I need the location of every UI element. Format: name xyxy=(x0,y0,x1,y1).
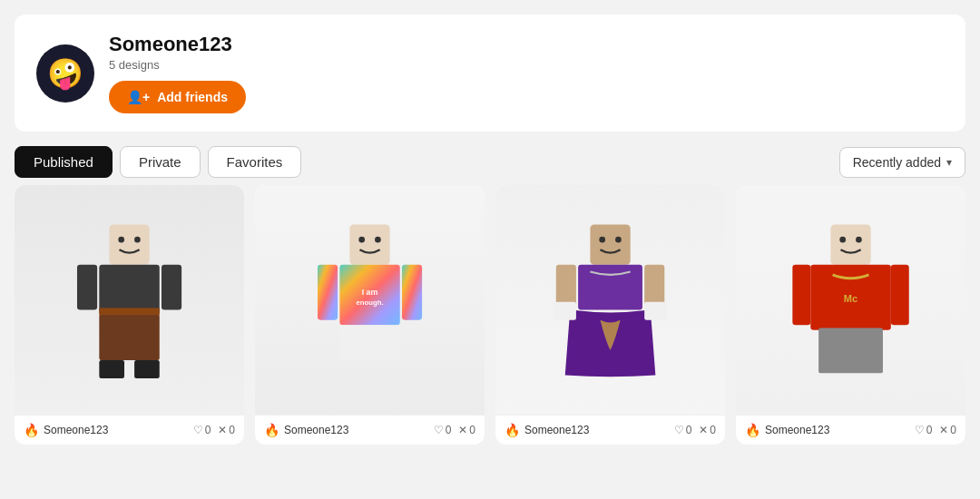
svg-point-34 xyxy=(856,237,862,243)
item-footer: 🔥 Someone123 ♡ 0 ✕ 0 xyxy=(736,415,965,445)
heart-icon: ♡ xyxy=(674,424,684,436)
likes-count: 0 xyxy=(446,424,452,436)
svg-point-8 xyxy=(118,237,124,243)
items-grid: 🔥 Someone123 ♡ 0 ✕ 0 xyxy=(15,185,965,445)
svg-rect-16 xyxy=(402,265,422,320)
dislike-icon: ✕ xyxy=(458,424,467,436)
svg-rect-22 xyxy=(644,265,664,305)
svg-rect-1 xyxy=(99,265,159,315)
item-author: 🔥 Someone123 xyxy=(745,423,829,437)
dislikes-count: 0 xyxy=(710,424,716,436)
dislikes-stat: ✕ 0 xyxy=(458,424,475,436)
avatar: 🤪 xyxy=(36,44,94,103)
likes-count: 0 xyxy=(686,424,692,436)
item-stats: ♡ 0 ✕ 0 xyxy=(193,424,235,436)
likes-stat: ♡ 0 xyxy=(193,424,211,436)
profile-info: Someone123 5 designs 👤+ Add friends xyxy=(109,33,944,113)
svg-rect-24 xyxy=(644,302,666,320)
item-image: Mc xyxy=(736,185,965,415)
tab-favorites[interactable]: Favorites xyxy=(208,146,302,178)
item-stats: ♡ 0 ✕ 0 xyxy=(674,424,716,436)
svg-point-26 xyxy=(615,237,622,243)
item-footer: 🔥 Someone123 ♡ 0 ✕ 0 xyxy=(15,415,244,445)
item-image xyxy=(15,185,244,415)
item-card[interactable]: I am enough. 🔥 Someone123 ♡ xyxy=(255,185,485,445)
likes-stat: ♡ 0 xyxy=(915,424,933,436)
svg-rect-4 xyxy=(77,265,97,310)
sort-dropdown[interactable]: Recently added ▾ xyxy=(839,147,965,178)
author-name: Someone123 xyxy=(765,424,829,436)
svg-rect-27 xyxy=(830,224,870,264)
add-friends-label: Add friends xyxy=(157,90,228,104)
tabs-row: Published Private Favorites Recently add… xyxy=(15,146,965,178)
dislikes-count: 0 xyxy=(950,424,956,436)
svg-point-17 xyxy=(358,237,365,243)
heart-icon: ♡ xyxy=(915,424,925,436)
add-friends-button[interactable]: 👤+ Add friends xyxy=(109,81,246,113)
dislike-icon: ✕ xyxy=(939,424,948,436)
heart-icon: ♡ xyxy=(434,424,444,436)
dislikes-count: 0 xyxy=(469,424,475,436)
item-stats: ♡ 0 ✕ 0 xyxy=(915,424,956,436)
item-footer: 🔥 Someone123 ♡ 0 ✕ 0 xyxy=(255,415,485,445)
dislike-icon: ✕ xyxy=(699,424,708,436)
svg-rect-7 xyxy=(134,360,160,378)
tabs-container: Published Private Favorites xyxy=(15,146,301,178)
author-name: Someone123 xyxy=(44,424,108,436)
likes-stat: ♡ 0 xyxy=(674,424,692,436)
author-name: Someone123 xyxy=(284,424,348,436)
svg-rect-6 xyxy=(99,360,124,378)
heart-icon: ♡ xyxy=(193,424,203,436)
profile-designs-count: 5 designs xyxy=(109,58,944,72)
tab-private[interactable]: Private xyxy=(120,146,201,178)
dislikes-stat: ✕ 0 xyxy=(699,424,716,436)
svg-rect-10 xyxy=(349,224,389,264)
svg-rect-19 xyxy=(590,224,630,264)
item-author: 🔥 Someone123 xyxy=(264,423,348,437)
flame-icon: 🔥 xyxy=(264,423,279,437)
svg-rect-5 xyxy=(162,265,181,310)
svg-point-33 xyxy=(839,237,846,243)
dislikes-count: 0 xyxy=(229,424,235,436)
svg-point-18 xyxy=(375,237,381,243)
svg-rect-20 xyxy=(578,265,642,310)
item-footer: 🔥 Someone123 ♡ 0 ✕ 0 xyxy=(495,415,725,445)
svg-point-9 xyxy=(134,237,141,243)
svg-rect-2 xyxy=(99,308,159,316)
profile-name: Someone123 xyxy=(109,33,944,56)
item-card[interactable]: Mc 🔥 Someone123 ♡ 0 xyxy=(736,185,965,445)
svg-text:enough.: enough. xyxy=(356,298,383,307)
svg-rect-32 xyxy=(891,265,909,325)
svg-rect-14 xyxy=(339,325,399,360)
item-card[interactable]: 🔥 Someone123 ♡ 0 ✕ 0 xyxy=(495,185,725,445)
add-person-icon: 👤+ xyxy=(127,90,150,104)
sort-label: Recently added xyxy=(853,155,941,170)
dislikes-stat: ✕ 0 xyxy=(218,424,235,436)
svg-rect-15 xyxy=(318,265,338,320)
item-author: 🔥 Someone123 xyxy=(505,423,589,437)
svg-rect-3 xyxy=(99,315,159,360)
dislike-icon: ✕ xyxy=(218,424,227,436)
chevron-down-icon: ▾ xyxy=(946,156,952,169)
tab-published[interactable]: Published xyxy=(15,146,113,178)
profile-section: 🤪 Someone123 5 designs 👤+ Add friends xyxy=(15,15,965,132)
flame-icon: 🔥 xyxy=(505,423,520,437)
item-image: I am enough. xyxy=(255,185,485,415)
likes-stat: ♡ 0 xyxy=(434,424,452,436)
svg-rect-30 xyxy=(818,328,883,373)
svg-rect-0 xyxy=(109,224,149,264)
svg-rect-23 xyxy=(554,302,576,320)
flame-icon: 🔥 xyxy=(745,423,760,437)
svg-text:I am: I am xyxy=(362,288,378,297)
item-stats: ♡ 0 ✕ 0 xyxy=(434,424,475,436)
svg-point-25 xyxy=(599,237,605,243)
item-card[interactable]: 🔥 Someone123 ♡ 0 ✕ 0 xyxy=(15,185,244,445)
flame-icon: 🔥 xyxy=(24,423,39,437)
svg-rect-21 xyxy=(556,265,576,305)
item-image xyxy=(495,185,725,415)
item-author: 🔥 Someone123 xyxy=(24,423,108,437)
author-name: Someone123 xyxy=(524,424,589,436)
svg-text:Mc: Mc xyxy=(844,293,858,304)
likes-count: 0 xyxy=(926,424,933,436)
likes-count: 0 xyxy=(205,424,211,436)
